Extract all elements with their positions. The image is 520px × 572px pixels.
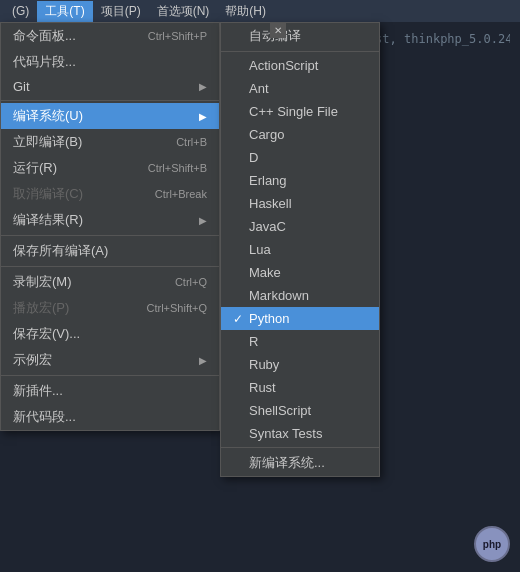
submenu-item-syntax-tests[interactable]: Syntax Tests — [221, 422, 379, 445]
menubar: (G) 工具(T) 项目(P) 首选项(N) 帮助(H) — [0, 0, 520, 22]
submenu-item-javac[interactable]: JavaC — [221, 215, 379, 238]
menubar-item-help[interactable]: 帮助(H) — [217, 1, 274, 22]
submenu-item-d[interactable]: D — [221, 146, 379, 169]
menubar-item-tools[interactable]: 工具(T) — [37, 1, 92, 22]
menu-item-save-macro[interactable]: 保存宏(V)... — [1, 321, 219, 347]
submenu-item-ruby[interactable]: Ruby — [221, 353, 379, 376]
menu-divider-4 — [1, 375, 219, 376]
menubar-item-preferences[interactable]: 首选项(N) — [149, 1, 218, 22]
php-badge: php — [474, 526, 510, 562]
menu-item-command-palette[interactable]: 命令面板... Ctrl+Shift+P — [1, 23, 219, 49]
submenu-item-r[interactable]: R — [221, 330, 379, 353]
submenu-item-new-build-system[interactable]: 新编译系统... — [221, 450, 379, 476]
submenu-item-cpp-single-file[interactable]: C++ Single File — [221, 100, 379, 123]
submenu-item-auto-build[interactable]: 自动编译 — [221, 23, 379, 49]
menu-divider-1 — [1, 100, 219, 101]
submenu-item-actionscript[interactable]: ActionScript — [221, 54, 379, 77]
submenu-item-make[interactable]: Make — [221, 261, 379, 284]
submenu-item-haskell[interactable]: Haskell — [221, 192, 379, 215]
build-system-submenu: 自动编译 ActionScript Ant C++ Single File Ca… — [220, 22, 380, 477]
submenu-item-rust[interactable]: Rust — [221, 376, 379, 399]
menu-item-snippets[interactable]: 代码片段... — [1, 49, 219, 75]
submenu-item-erlang[interactable]: Erlang — [221, 169, 379, 192]
submenu-item-lua[interactable]: Lua — [221, 238, 379, 261]
menu-item-play-macro[interactable]: 播放宏(P) Ctrl+Shift+Q — [1, 295, 219, 321]
submenu-divider-1 — [221, 51, 379, 52]
menu-item-git[interactable]: Git ▶ — [1, 75, 219, 98]
submenu-item-shellscript[interactable]: ShellScript — [221, 399, 379, 422]
menu-item-record-macro[interactable]: 录制宏(M) Ctrl+Q — [1, 269, 219, 295]
menu-item-build-now[interactable]: 立即编译(B) Ctrl+B — [1, 129, 219, 155]
menu-item-build-system[interactable]: 编译系统(U) ▶ — [1, 103, 219, 129]
submenu-item-markdown[interactable]: Markdown — [221, 284, 379, 307]
menu-divider-3 — [1, 266, 219, 267]
submenu-item-cargo[interactable]: Cargo — [221, 123, 379, 146]
menu-item-cancel-build[interactable]: 取消编译(C) Ctrl+Break — [1, 181, 219, 207]
menu-item-sample-macros[interactable]: 示例宏 ▶ — [1, 347, 219, 373]
submenu-close-button[interactable]: ✕ — [270, 22, 286, 38]
submenu-item-python[interactable]: ✓ Python — [221, 307, 379, 330]
menu-item-build-results[interactable]: 编译结果(R) ▶ — [1, 207, 219, 233]
menu-item-save-all-build[interactable]: 保存所有编译(A) — [1, 238, 219, 264]
menu-item-run[interactable]: 运行(R) Ctrl+Shift+B — [1, 155, 219, 181]
menubar-item-g[interactable]: (G) — [4, 2, 37, 20]
menu-divider-2 — [1, 235, 219, 236]
menu-item-new-plugin[interactable]: 新插件... — [1, 378, 219, 404]
menubar-item-project[interactable]: 项目(P) — [93, 1, 149, 22]
submenu-item-ant[interactable]: Ant — [221, 77, 379, 100]
submenu-divider-2 — [221, 447, 379, 448]
menu-item-new-snippet[interactable]: 新代码段... — [1, 404, 219, 430]
tools-dropdown-menu: 命令面板... Ctrl+Shift+P 代码片段... Git ▶ 编译系统(… — [0, 22, 220, 431]
